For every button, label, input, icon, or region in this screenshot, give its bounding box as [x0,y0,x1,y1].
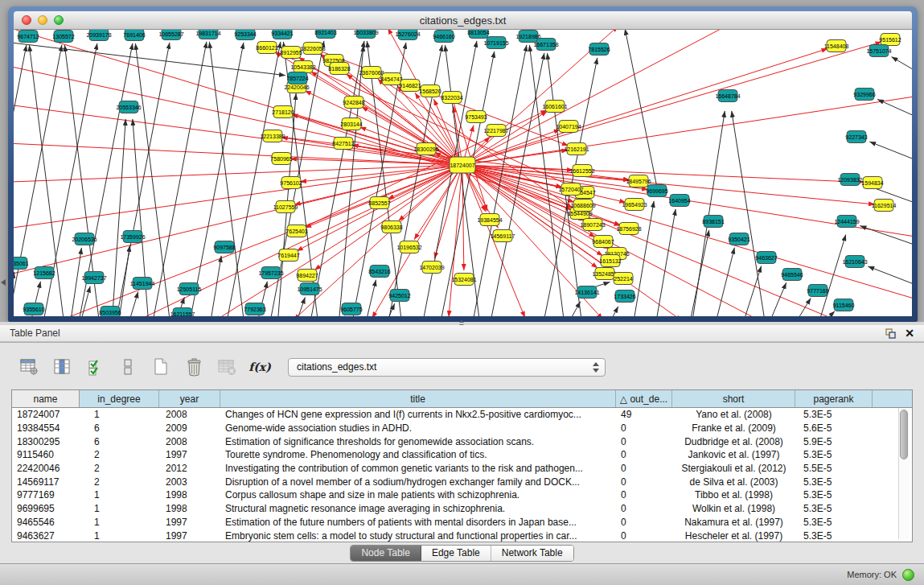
graph-node[interactable]: 16671358 [533,39,558,51]
graph-node[interactable]: 8454743 [380,73,402,85]
graph-node[interactable]: 10719155 [483,37,508,49]
new-column-button[interactable] [151,357,170,377]
graph-node[interactable]: 8322034 [441,92,462,104]
graph-node[interactable]: 9463627 [755,252,777,264]
network-canvas[interactable]: 1872400718300295866012389129551822605898… [14,30,912,316]
table-row[interactable]: 1872400712008Changes of HCN gene express… [12,408,912,422]
column-header-pagerank[interactable]: pagerank [795,390,873,407]
graph-node[interactable]: 14702039 [419,262,444,274]
graph-node[interactable]: 12213389 [260,130,285,142]
table-mode-button[interactable] [19,357,39,377]
graph-node[interactable]: 7815526 [588,43,610,56]
graph-node[interactable]: 16211557 [170,308,195,317]
column-header-out-degree[interactable]: △ out_de... [616,390,672,407]
table-row[interactable]: 977716911998Corpus callosum shape and si… [12,488,912,502]
clear-selection-button[interactable] [118,357,138,377]
graph-node[interactable]: 9605775 [340,303,362,315]
graph-node[interactable]: 20553346 [116,101,141,113]
graph-node[interactable]: 9465546 [781,269,803,281]
graph-node[interactable]: 9684067 [592,236,614,248]
graph-node[interactable]: 9674712 [17,31,39,43]
table-row[interactable]: 2242004622012Investigating the contribut… [12,462,912,476]
graph-node[interactable]: 11548408 [824,40,849,52]
graph-node[interactable]: 7619447 [277,249,299,262]
graph-node[interactable]: 18756928 [616,223,641,235]
graph-node[interactable]: 9466160 [433,31,454,43]
column-header-title[interactable]: title [220,390,616,407]
graph-node[interactable]: 10951475 [297,283,322,295]
graph-node[interactable]: 9115460 [833,299,855,311]
graph-node[interactable]: 16612552 [569,165,594,177]
graph-node[interactable]: 9806338 [380,221,402,233]
graph-node[interactable]: 8543216 [368,266,390,278]
graph-node[interactable]: 18226058 [300,43,325,55]
graph-node[interactable]: 11629514 [872,200,897,212]
graph-node[interactable]: 10688609 [570,200,595,212]
graph-node[interactable]: 9329966 [853,89,875,101]
graph-node[interactable]: 14136141 [574,286,599,299]
graph-node[interactable]: 17957235 [258,267,283,279]
graph-node[interactable]: 11451944 [130,278,155,290]
graph-node[interactable]: 7580965 [270,153,292,165]
graph-node[interactable]: 9515612 [879,34,901,46]
graph-node[interactable]: 10543382 [290,61,315,73]
column-header-short[interactable]: short [672,390,795,407]
graph-node[interactable]: 8852557 [368,197,390,209]
column-header-in-degree[interactable]: in_degree [80,390,159,407]
delete-column-button[interactable] [184,357,203,377]
graph-node[interactable]: 19384554 [477,214,502,226]
delete-table-button[interactable] [217,357,236,377]
table-row[interactable]: 1938455462009Genome-wide association stu… [12,422,912,435]
table-row[interactable]: 911546021997Tourette syndrome. Phenomeno… [12,448,912,462]
table-row[interactable]: 946554611997Estimation of the future num… [12,516,912,529]
close-window-button[interactable] [22,15,31,25]
graph-node[interactable]: 9253344 [234,30,256,40]
network-view-window[interactable]: citations_edges.txt 18724007183002958660… [8,6,918,322]
graph-node[interactable]: 19942737 [81,272,106,284]
graph-node[interactable]: 12217987 [483,125,508,137]
graph-node[interactable]: 15720407 [558,183,583,196]
graph-node[interactable]: 20206536 [72,233,97,245]
graph-node[interactable]: 9777169 [807,285,828,297]
graph-node[interactable]: 9097588 [213,241,235,253]
show-columns-button[interactable] [52,357,72,377]
graph-node[interactable]: 1594834 [861,177,883,189]
graph-node[interactable]: 9350421 [728,233,749,245]
function-builder-button[interactable]: f(x) [250,357,269,377]
table-scrollbar-thumb[interactable] [900,410,908,459]
graph-node[interactable]: 10196532 [396,241,421,253]
graph-node[interactable]: 1568520 [419,85,441,97]
graph-node[interactable]: 8938151 [702,216,724,228]
graph-node[interactable]: 7792363 [244,303,265,315]
minimize-window-button[interactable] [38,15,47,25]
column-header-year[interactable]: year [159,390,220,407]
table-select-dropdown[interactable]: citations_edges.txt [288,358,606,377]
graph-node[interactable]: 9334421 [271,30,293,39]
select-all-button[interactable] [85,357,105,377]
network-graph[interactable]: 1872400718300295866012389129551822605898… [14,30,912,316]
tab-network-table[interactable]: Network Table [491,546,573,561]
panel-collapse-arrow[interactable] [1,279,6,286]
close-panel-icon[interactable]: ✕ [905,328,914,339]
table-scrollbar[interactable] [898,408,910,539]
column-header-name[interactable]: name [12,390,80,407]
graph-node[interactable]: 7857224 [286,72,308,84]
graph-node[interactable]: 7691406 [123,30,145,41]
graph-node[interactable]: 16648784 [715,90,740,102]
graph-node[interactable]: 10407194 [556,121,581,133]
graph-node[interactable]: 8503956 [99,307,121,317]
graph-node[interactable]: 12444159 [834,216,859,228]
graph-node[interactable]: 18495796 [626,175,651,187]
graph-node[interactable]: 9227343 [845,131,867,143]
graph-node[interactable]: 11027559 [273,201,298,213]
graph-node[interactable]: 1615132 [599,255,621,267]
graph-node[interactable]: 12505115 [177,283,202,295]
graph-node[interactable]: 7625403 [285,225,307,237]
tab-node-table[interactable]: Node Table [351,546,421,561]
table-row[interactable]: 1830029562008Estimation of significance … [12,435,912,448]
float-panel-icon[interactable] [885,328,897,340]
graph-node[interactable]: 9756102 [280,177,302,189]
table-row[interactable]: 1456911722003Disruption of a novel membe… [12,475,912,488]
graph-node[interactable]: 1640954 [668,195,690,207]
graph-node[interactable]: 15324081 [451,274,476,286]
